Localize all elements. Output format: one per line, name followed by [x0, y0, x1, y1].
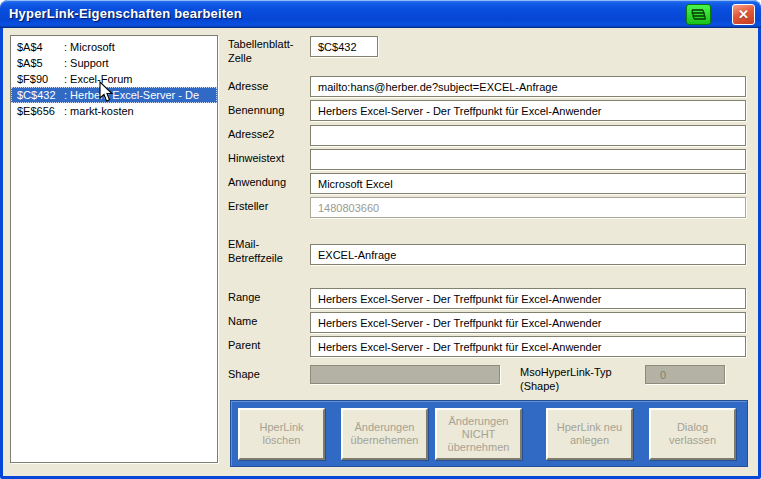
label-msohyperlink-typ: MsoHyperLink-Typ (Shape) — [520, 365, 618, 393]
cell-ref: $A$5 — [17, 55, 64, 71]
list-item[interactable]: $A$4: Microsoft — [11, 39, 217, 55]
email-betreffzeile-field[interactable] — [310, 244, 746, 265]
hyperlink-listbox[interactable]: $A$4: Microsoft $A$5: Support $F$90: Exc… — [10, 35, 218, 463]
link-desc: : Herbers Excel-Server - De — [64, 89, 199, 101]
cell-ref: $A$4 — [17, 39, 64, 55]
adresse2-field[interactable] — [310, 125, 746, 146]
label-parent: Parent — [228, 338, 310, 352]
list-item[interactable]: $E$656: markt-kosten — [11, 103, 217, 119]
dialog-verlassen-button[interactable]: Dialog verlassen — [649, 408, 736, 460]
link-desc: : markt-kosten — [64, 105, 134, 117]
window-title: HyperLink-Eigenschaften bearbeiten — [9, 6, 242, 21]
button-panel: HperLink löschen Änderungen übernehemen … — [230, 400, 748, 467]
titlebar[interactable]: HyperLink-Eigenschaften bearbeiten ✕ — [0, 0, 761, 28]
label-ersteller: Ersteller — [228, 199, 310, 213]
parent-field[interactable] — [310, 336, 746, 357]
dialog-client-area: $A$4: Microsoft $A$5: Support $F$90: Exc… — [3, 28, 758, 476]
cell-ref: $F$90 — [17, 71, 64, 87]
anwendung-field[interactable] — [310, 173, 746, 194]
label-adresse2: Adresse2 — [228, 127, 310, 141]
label-range: Range — [228, 290, 310, 304]
aenderungen-uebernehmen-button[interactable]: Änderungen übernehemen — [341, 408, 428, 460]
label-tabellenblatt-zelle: Tabellenblatt-Zelle — [228, 37, 310, 65]
adresse-field[interactable] — [310, 76, 746, 97]
tabellenblatt-zelle-field[interactable] — [310, 36, 378, 57]
ersteller-field[interactable] — [310, 197, 746, 218]
hinweistext-field[interactable] — [310, 149, 746, 170]
printer-icon — [686, 4, 711, 25]
label-hinweistext: Hinweistext — [228, 151, 310, 165]
link-desc: : Excel-Forum — [64, 73, 132, 85]
label-anwendung: Anwendung — [228, 175, 310, 189]
shape-field[interactable] — [310, 365, 500, 384]
printer-icon-glyph — [690, 8, 707, 21]
label-benennung: Benennung — [228, 103, 310, 117]
link-desc: : Microsoft — [64, 41, 115, 53]
label-shape: Shape — [228, 367, 310, 381]
label-adresse: Adresse — [228, 79, 310, 93]
cell-ref: $C$432 — [17, 87, 64, 103]
link-desc: : Support — [64, 57, 109, 69]
label-email-betreffzeile: EMail-Betreffzeile — [228, 237, 310, 265]
hyperlink-neu-anlegen-button[interactable]: HperLink neu anlegen — [546, 408, 633, 460]
hyperlink-loeschen-button[interactable]: HperLink löschen — [238, 408, 325, 460]
dialog-window: HyperLink-Eigenschaften bearbeiten ✕ $A$… — [0, 0, 761, 479]
close-button[interactable]: ✕ — [732, 4, 755, 25]
list-item-selected[interactable]: $C$432: Herbers Excel-Server - De — [11, 87, 217, 103]
aenderungen-nicht-uebernehmen-button[interactable]: Änderungen NICHT übernehmen — [435, 408, 522, 460]
label-name: Name — [228, 314, 310, 328]
list-item[interactable]: $F$90: Excel-Forum — [11, 71, 217, 87]
benennung-field[interactable] — [310, 100, 746, 121]
cell-ref: $E$656 — [17, 103, 64, 119]
msohyperlink-typ-field[interactable] — [645, 365, 725, 384]
range-field[interactable] — [310, 288, 746, 309]
name-field[interactable] — [310, 312, 746, 333]
list-item[interactable]: $A$5: Support — [11, 55, 217, 71]
